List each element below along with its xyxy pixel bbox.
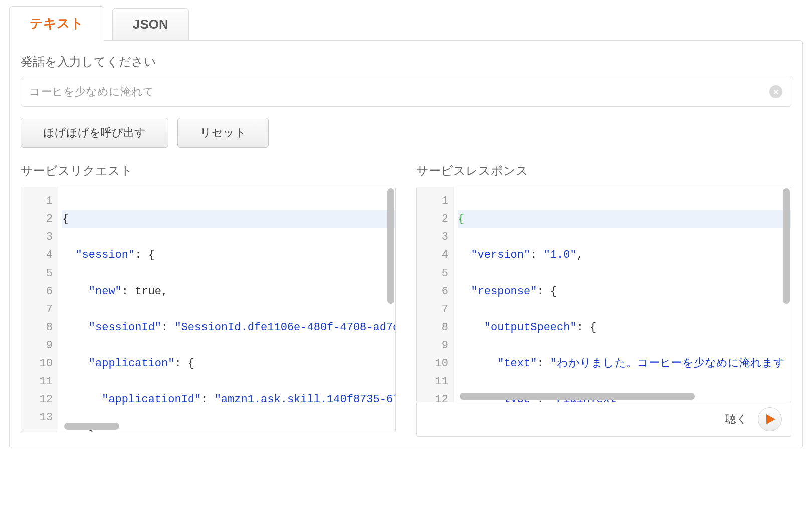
request-vertical-scrollbar[interactable]: [387, 188, 394, 304]
listen-bar: 聴く: [416, 402, 791, 437]
response-editor: 123456789101112 { "version": "1.0", "res…: [416, 187, 791, 402]
response-title: サービスレスポンス: [416, 163, 791, 179]
request-gutter: 12345678910111213: [21, 187, 58, 432]
utterance-input[interactable]: [21, 77, 791, 107]
request-title: サービスリクエスト: [21, 163, 396, 179]
response-vertical-scrollbar[interactable]: [783, 188, 790, 304]
svg-marker-0: [766, 414, 775, 424]
response-code[interactable]: { "version": "1.0", "response": { "outpu…: [454, 187, 791, 402]
tab-text[interactable]: テキスト: [9, 6, 104, 41]
response-horizontal-scrollbar[interactable]: [460, 393, 786, 400]
reset-button[interactable]: リセット: [177, 118, 269, 148]
response-gutter: 123456789101112: [417, 187, 454, 402]
request-editor: 12345678910111213 { "session": { "new": …: [21, 187, 396, 432]
request-horizontal-scrollbar[interactable]: [64, 423, 119, 430]
play-button[interactable]: [758, 407, 782, 431]
main-panel: 発話を入力してください ほげほげを呼び出す リセット サービスリクエスト 123…: [9, 40, 803, 448]
listen-label: 聴く: [725, 412, 748, 427]
request-code[interactable]: { "session": { "new": true, "sessionId":…: [58, 187, 395, 432]
tab-json[interactable]: JSON: [112, 8, 189, 41]
play-icon: [766, 414, 775, 424]
clear-input-icon[interactable]: [769, 85, 782, 98]
utterance-label: 発話を入力してください: [21, 54, 791, 70]
invoke-button[interactable]: ほげほげを呼び出す: [21, 118, 168, 148]
